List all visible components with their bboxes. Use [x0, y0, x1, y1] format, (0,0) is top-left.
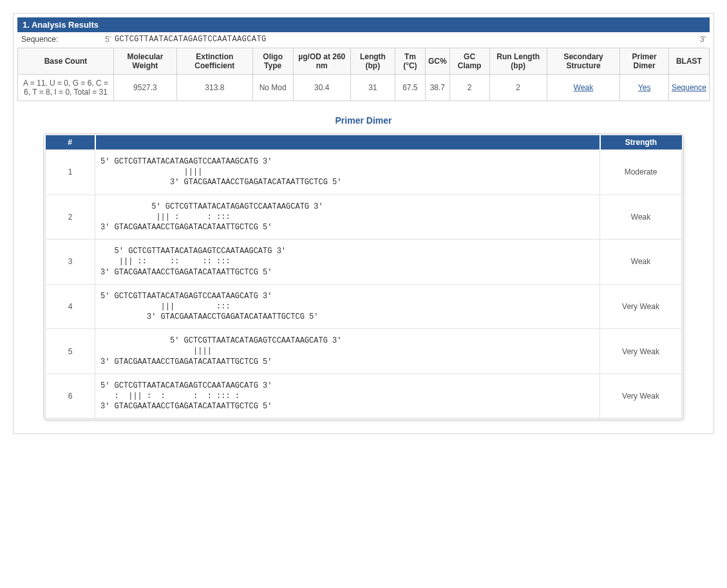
dimer-strength: Weak: [600, 240, 682, 285]
dimer-alignment: 5' GCTCGTTAATACATAGAGTCCAATAAGCATG 3' : …: [95, 374, 600, 419]
dimer-strength: Moderate: [600, 150, 682, 195]
cell-gc: 38.7: [425, 75, 449, 101]
dimer-row-number: 6: [46, 374, 95, 419]
th-length: Length (bp): [350, 48, 395, 75]
th-dimer-strength: Strength: [600, 135, 682, 150]
cell-length: 31: [350, 75, 395, 101]
th-secstruct: Secondary Structure: [547, 48, 620, 75]
th-ext: Extinction Coefficient: [176, 48, 252, 75]
dimer-row: 5 5' GCTCGTTAATACATAGAGTCCAATAAGCATG 3' …: [46, 329, 682, 374]
dimer-alignment: 5' GCTCGTTAATACATAGAGTCCAATAAGCATG 3' ||…: [95, 329, 600, 374]
dimer-alignment-text: 5' GCTCGTTAATACATAGAGTCCAATAAGCATG 3' ||…: [100, 202, 594, 233]
th-ugod: µg/OD at 260 nm: [293, 48, 350, 75]
dimer-alignment-text: 5' GCTCGTTAATACATAGAGTCCAATAAGCATG 3' ||…: [100, 246, 594, 278]
cell-gcclamp: 2: [449, 75, 489, 101]
dimer-row: 45' GCTCGTTAATACATAGAGTCCAATAAGCATG 3' |…: [46, 284, 682, 329]
cell-runlen: 2: [489, 75, 547, 101]
dimer-strength: Very Weak: [600, 374, 682, 419]
dimer-row-number: 1: [46, 150, 95, 195]
dimer-row-number: 5: [46, 329, 95, 374]
th-dimer-num: #: [46, 135, 95, 150]
cell-ext: 313.8: [176, 75, 252, 101]
th-blast: BLAST: [668, 48, 709, 75]
results-row: A = 11, U = 0, G = 6, C = 6, T = 8, I = …: [18, 75, 710, 101]
dimer-row: 3 5' GCTCGTTAATACATAGAGTCCAATAAGCATG 3' …: [46, 240, 682, 285]
th-gc: GC%: [425, 48, 449, 75]
results-table: Base Count Molecular Weight Extinction C…: [17, 48, 710, 101]
sequence-label: Sequence:: [21, 35, 105, 44]
dimer-alignment: 5' GCTCGTTAATACATAGAGTCCAATAAGCATG 3' ||…: [95, 150, 600, 195]
dimer-row: 15' GCTCGTTAATACATAGAGTCCAATAAGCATG 3' |…: [46, 150, 682, 195]
cell-base-count: A = 11, U = 0, G = 6, C = 6, T = 8, I = …: [18, 75, 114, 101]
dimer-row-number: 3: [46, 240, 95, 285]
dimer-row-number: 4: [46, 284, 95, 329]
analysis-panel: 1. Analysis Results Sequence: 5' GCTCGTT…: [13, 13, 714, 434]
th-mw: Molecular Weight: [114, 48, 177, 75]
cell-mw: 9527.3: [114, 75, 177, 101]
dimer-alignment-text: 5' GCTCGTTAATACATAGAGTCCAATAAGCATG 3' ||…: [100, 291, 594, 323]
primer-dimer-table: # Strength 15' GCTCGTTAATACATAGAGTCCAATA…: [45, 135, 682, 419]
dimer-strength: Very Weak: [600, 329, 682, 374]
link-blast[interactable]: Sequence: [672, 83, 706, 92]
sequence-prefix: 5': [105, 35, 111, 44]
dimer-strength: Weak: [600, 194, 682, 240]
sequence-value: GCTCGTTAATACATAGAGTCCAATAAGCATG: [115, 35, 700, 44]
th-runlen: Run Length (bp): [489, 48, 547, 75]
th-dimer-spacer: [95, 135, 600, 150]
analysis-section-title: 1. Analysis Results: [17, 17, 710, 32]
th-gcclamp: GC Clamp: [449, 48, 489, 75]
cell-oligo: No Mod: [252, 75, 293, 101]
dimer-alignment: 5' GCTCGTTAATACATAGAGTCCAATAAGCATG 3' ||…: [95, 194, 600, 240]
cell-ugod: 30.4: [293, 75, 350, 101]
link-secondary-structure[interactable]: Weak: [574, 83, 593, 92]
dimer-row: 2 5' GCTCGTTAATACATAGAGTCCAATAAGCATG 3' …: [46, 194, 682, 240]
dimer-row: 65' GCTCGTTAATACATAGAGTCCAATAAGCATG 3' :…: [46, 374, 682, 419]
th-base-count: Base Count: [18, 48, 114, 75]
link-primer-dimer[interactable]: Yes: [638, 83, 651, 92]
th-oligo: Oligo Type: [252, 48, 293, 75]
dimer-alignment-text: 5' GCTCGTTAATACATAGAGTCCAATAAGCATG 3' ||…: [100, 336, 594, 367]
sequence-suffix: 3': [700, 35, 706, 44]
primer-dimer-title: Primer Dimer: [17, 115, 710, 126]
dimer-row-number: 2: [46, 194, 95, 240]
primer-dimer-panel: # Strength 15' GCTCGTTAATACATAGAGTCCAATA…: [43, 133, 684, 421]
dimer-strength: Very Weak: [600, 284, 682, 329]
sequence-row: Sequence: 5' GCTCGTTAATACATAGAGTCCAATAAG…: [17, 32, 710, 48]
dimer-alignment-text: 5' GCTCGTTAATACATAGAGTCCAATAAGCATG 3' ||…: [100, 156, 594, 188]
dimer-alignment: 5' GCTCGTTAATACATAGAGTCCAATAAGCATG 3' ||…: [95, 240, 600, 285]
dimer-alignment-text: 5' GCTCGTTAATACATAGAGTCCAATAAGCATG 3' : …: [100, 381, 594, 412]
cell-tm: 67.5: [395, 75, 425, 101]
th-dimer: Primer Dimer: [620, 48, 669, 75]
dimer-alignment: 5' GCTCGTTAATACATAGAGTCCAATAAGCATG 3' ||…: [95, 284, 600, 329]
th-tm: Tm (°C): [395, 48, 425, 75]
